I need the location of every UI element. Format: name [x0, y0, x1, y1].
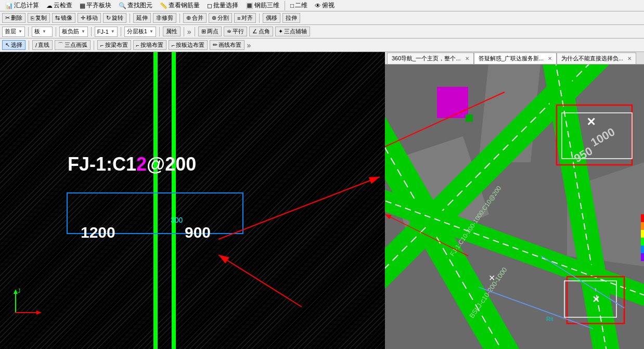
svg-rect-21 — [466, 114, 473, 122]
cloud-icon: ☁ — [46, 2, 53, 9]
select-icon: ↖ — [5, 42, 10, 48]
svg-rect-36 — [641, 245, 644, 253]
main-rebar-label: FJ-1:C12@200 — [68, 153, 196, 175]
layout1-button[interactable]: ⌐ 按梁布置 — [97, 40, 131, 50]
sep-l5 — [159, 27, 160, 36]
sublayer-dropdown[interactable]: 分层板1 — [124, 27, 156, 37]
arc-button[interactable]: ⌒ 三点画弧 — [55, 40, 91, 50]
svg-marker-7 — [36, 311, 42, 315]
menu-2d[interactable]: □ 二维 — [287, 1, 311, 10]
parallel-button[interactable]: ≑ 平行 — [224, 27, 247, 36]
toolbar-layer: 首层 板 板负筋 FJ-1 分层板1 属性 » ⊞ 两点 ≑ 平行 ∠ 点角 ✦… — [0, 25, 644, 38]
menu-rebar-view[interactable]: 📏 查看钢筋量 — [157, 1, 203, 10]
sep-edit3 — [259, 14, 260, 23]
rotate-icon: ↻ — [106, 15, 111, 21]
map-svg: ✕ ✕ BSLJ-c10-200-1000 FJ-1:C10-200-1000:… — [385, 64, 644, 349]
layout3-button[interactable]: ⌐ 按板边布置 — [169, 40, 208, 50]
split-button[interactable]: ⊗ 分割 — [209, 13, 232, 23]
angle-icon: ∠ — [252, 28, 257, 35]
svg-text:✕: ✕ — [586, 115, 596, 128]
svg-text:✕: ✕ — [488, 274, 495, 282]
type-dropdown[interactable]: FJ-1 — [95, 27, 118, 37]
tab-faq-close[interactable]: ✕ — [548, 56, 552, 61]
tab-why-label: 为什么不能直接选择负... — [561, 55, 623, 62]
tab-faq[interactable]: 答疑解惑_广联达服务新... ✕ — [474, 53, 557, 64]
align-button[interactable]: ≡ 对齐 — [234, 13, 256, 23]
batch-icon: ◻ — [207, 2, 212, 9]
layout4-button[interactable]: ✏ 画线布置 — [210, 40, 244, 50]
menu-find[interactable]: 🔍 查找图元 — [115, 1, 156, 10]
menu-cloud[interactable]: ☁ 云检查 — [43, 1, 75, 10]
main-area: FJ-1:C12@200 300 1200 900 — [0, 52, 644, 349]
two-point-button[interactable]: ⊞ 两点 — [198, 27, 222, 36]
move-button[interactable]: ✛ 移动 — [78, 13, 101, 23]
sep1 — [285, 1, 285, 10]
browser-tabs: 360导航_一个主页，整个... ✕ 答疑解惑_广联达服务新... ✕ 为什么不… — [385, 52, 644, 64]
sep-l7 — [195, 27, 195, 36]
layout3-icon: ⌐ — [172, 42, 175, 48]
copy-icon: ⎘ — [31, 15, 34, 21]
props-button[interactable]: 属性 — [163, 27, 181, 36]
delete-icon: ✂ — [5, 15, 10, 21]
menu-batch[interactable]: ◻ 批量选择 — [204, 1, 241, 10]
cad-panel[interactable]: FJ-1:C12@200 300 1200 900 — [0, 52, 385, 349]
arc-icon: ⌒ — [58, 41, 63, 49]
sep-d1 — [29, 41, 29, 50]
rebar-view-icon: 📏 — [160, 2, 168, 9]
sep-l2 — [56, 27, 56, 36]
svg-rect-20 — [437, 87, 468, 118]
menu-topview[interactable]: 👁 俯视 — [312, 1, 338, 10]
mirror-button[interactable]: ⇆ 镜像 — [52, 13, 75, 23]
layout2-button[interactable]: ⌐ 按墙布置 — [133, 40, 166, 50]
copy-button[interactable]: ⎘ 复制 — [28, 13, 50, 23]
line-button[interactable]: / 直线 — [32, 40, 53, 50]
adjust-button[interactable]: 偶移 — [263, 13, 280, 23]
menu-3d[interactable]: 🔳 钢筋三维 — [242, 1, 282, 10]
line-icon: / — [35, 42, 37, 48]
select-button[interactable]: ↖ 选择 — [2, 40, 25, 50]
dim-300-label: 300 — [171, 216, 183, 224]
tab-360nav-label: 360导航_一个主页，整个... — [392, 55, 461, 62]
magenta-digit: 2 — [136, 153, 147, 175]
cut-button[interactable]: ⊕ 合并 — [183, 13, 207, 23]
svg-rect-34 — [641, 230, 644, 238]
split-icon: ⊗ — [212, 15, 216, 21]
sep-edit1 — [130, 14, 130, 23]
sep-l1 — [28, 27, 29, 36]
svg-rect-33 — [641, 222, 644, 230]
menu-calc[interactable]: 📊 汇总计算 — [2, 1, 42, 10]
dim-900-label: 900 — [185, 224, 211, 241]
repair-button[interactable]: 非修剪 — [153, 13, 176, 23]
calc-icon: 📊 — [5, 2, 13, 9]
tab-why-close[interactable]: ✕ — [627, 56, 632, 61]
rebar-dropdown[interactable]: 板负筋 — [59, 27, 88, 37]
svg-text:Rit: Rit — [546, 316, 553, 322]
sep-edit2 — [179, 14, 180, 23]
rotate-button[interactable]: ↻ 旋转 — [103, 13, 126, 23]
twopoint-icon: ⊞ — [201, 28, 206, 35]
find-icon: 🔍 — [119, 2, 126, 9]
mirror-icon: ⇆ — [55, 15, 60, 21]
topview-icon: 👁 — [315, 2, 321, 9]
coordinate-axes: J — [10, 287, 42, 318]
layout2-icon: ⌐ — [136, 42, 139, 48]
tab-360nav-close[interactable]: ✕ — [465, 56, 469, 61]
menu-flat[interactable]: ▦ 平齐板块 — [76, 1, 114, 10]
svg-text:J: J — [18, 288, 20, 294]
3d-icon: 🔳 — [246, 2, 253, 9]
map-view[interactable]: ✕ ✕ BSLJ-c10-200-1000 FJ-1:C10-200-1000:… — [385, 64, 644, 349]
component-dropdown[interactable]: 板 — [32, 27, 53, 37]
layer-dropdown[interactable]: 首层 — [2, 27, 25, 37]
flat-icon: ▦ — [80, 2, 85, 9]
three-axis-button[interactable]: ✦ 三点辅轴 — [275, 27, 310, 36]
dim-1200-label: 1200 — [81, 224, 115, 241]
tab-360nav[interactable]: 360导航_一个主页，整个... ✕ — [387, 53, 474, 64]
threeaxis-icon: ✦ — [278, 28, 283, 35]
extend-button[interactable]: 延伸 — [133, 13, 151, 23]
toolbar-edit: ✂ 删除 ⎘ 复制 ⇆ 镜像 ✛ 移动 ↻ 旋转 延伸 非修剪 ⊕ 合并 ⊗ 分… — [0, 11, 644, 25]
tab-why[interactable]: 为什么不能直接选择负... ✕ — [557, 53, 636, 64]
angle-button[interactable]: ∠ 点角 — [249, 27, 273, 36]
delete-button[interactable]: ✂ 删除 — [2, 13, 25, 23]
2d-icon: □ — [290, 2, 294, 9]
stretch-button[interactable]: 拉伸 — [282, 13, 300, 23]
